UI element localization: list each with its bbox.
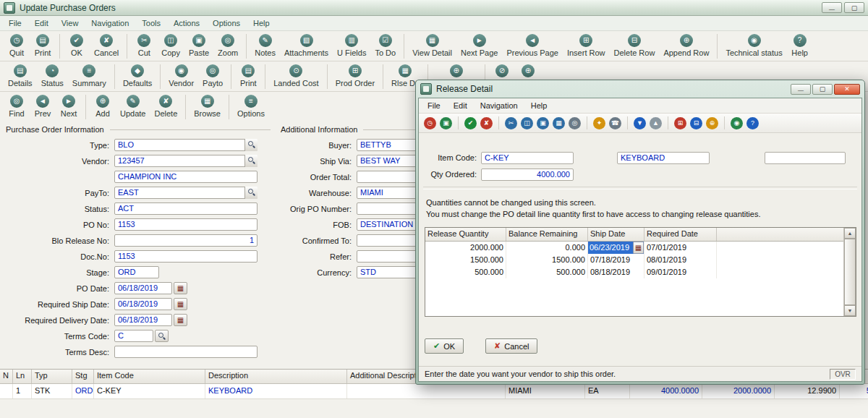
- cancel-button[interactable]: ✘: [480, 117, 493, 129]
- details-button[interactable]: ▤Details: [4, 64, 36, 88]
- browse-button[interactable]: ▦Browse: [190, 94, 224, 119]
- ok-button[interactable]: ✔OK: [64, 33, 89, 58]
- column-header-balance-remaining[interactable]: Balance Remaining: [506, 228, 588, 241]
- stage-field[interactable]: ORD: [114, 266, 159, 278]
- menu-item-file[interactable]: File: [421, 100, 447, 111]
- po-no-field[interactable]: 1153: [114, 218, 258, 231]
- cut-button[interactable]: ✂: [504, 117, 518, 129]
- cell-stage[interactable]: ORD: [72, 384, 94, 398]
- menu-item-navigation[interactable]: Navigation: [474, 100, 524, 111]
- quit-button[interactable]: ◷: [423, 117, 437, 129]
- technical-status-button[interactable]: ◉Technical status: [722, 33, 786, 58]
- vendor-button[interactable]: ◉Vendor: [165, 64, 197, 88]
- delete-row-button[interactable]: ⊟Delete Row: [610, 33, 659, 58]
- ok-button[interactable]: ✔: [464, 117, 477, 129]
- required-delivery-date-calendar-icon[interactable]: [174, 314, 187, 326]
- cancel-button[interactable]: Cancel: [485, 338, 537, 354]
- previous-record-button[interactable]: ▲: [649, 117, 663, 129]
- scroll-down-icon[interactable]: [844, 305, 856, 316]
- doc-no-field[interactable]: 1153: [114, 250, 258, 263]
- print-button[interactable]: ▤Print: [30, 33, 55, 58]
- find-button[interactable]: ◎Find: [4, 94, 29, 119]
- release-row[interactable]: 2000.0000.00006/23/201907/01/2019: [425, 242, 843, 254]
- append-row-button[interactable]: ⊕: [705, 117, 719, 129]
- po-date-field[interactable]: 06/18/2019: [114, 282, 172, 294]
- paste-button[interactable]: ▣: [536, 117, 550, 129]
- column-header-typ[interactable]: Typ: [32, 370, 72, 383]
- help-button[interactable]: ?Help: [788, 33, 812, 58]
- cell-description[interactable]: KEYBOARD: [205, 384, 347, 398]
- required-ship-date-calendar-icon[interactable]: [174, 298, 187, 310]
- vertical-scrollbar[interactable]: [843, 228, 856, 316]
- terms-code-field[interactable]: C: [114, 330, 153, 342]
- menu-item-tools[interactable]: Tools: [135, 17, 167, 29]
- required-ship-date-field[interactable]: 06/18/2019: [114, 298, 172, 310]
- view-grid-button[interactable]: ▦: [552, 117, 566, 129]
- cell-item-code[interactable]: C-KEY: [94, 384, 205, 398]
- insert-row-button[interactable]: ⊞: [673, 117, 687, 129]
- maximize-icon[interactable]: [844, 2, 864, 13]
- required-date-cell[interactable]: 09/01/2019: [644, 266, 717, 278]
- item-code-field[interactable]: C-KEY: [481, 152, 574, 164]
- vendor-field[interactable]: 123457: [114, 155, 258, 167]
- zoom-button[interactable]: ◎Zoom: [214, 33, 242, 58]
- menu-item-edit[interactable]: Edit: [447, 100, 474, 111]
- cell-quantity-ordered[interactable]: 4000.0000: [630, 384, 702, 398]
- column-header-n[interactable]: N: [0, 370, 13, 383]
- prod-order-button[interactable]: ⊞Prod Order: [332, 64, 378, 88]
- ship-date-cell[interactable]: 08/18/2019: [588, 266, 644, 278]
- cell-warehouse[interactable]: MIAMI: [506, 384, 585, 398]
- insert-row-button[interactable]: ⊞Insert Row: [563, 33, 609, 58]
- delete-row-button[interactable]: ⊟: [689, 117, 703, 129]
- column-header-ln[interactable]: Ln: [13, 370, 32, 383]
- required-delivery-date-field[interactable]: 06/18/2019: [114, 314, 172, 326]
- paste-button[interactable]: ▣Paste: [185, 33, 213, 58]
- payto-field[interactable]: EAST: [114, 187, 258, 199]
- po-date-calendar-icon[interactable]: [174, 282, 187, 294]
- column-header-item-code[interactable]: Item Code: [94, 370, 205, 383]
- attachments-button[interactable]: ▧Attachments: [281, 33, 332, 58]
- key-button[interactable]: ✦: [592, 117, 606, 129]
- column-header-ship-date[interactable]: Ship Date: [588, 228, 644, 241]
- options-button[interactable]: ≡Options: [234, 94, 268, 119]
- copy-button[interactable]: ◫Copy: [158, 33, 184, 58]
- defaults-button[interactable]: ◆Defaults: [119, 64, 156, 88]
- landed-cost-button[interactable]: ⊙Landed Cost: [270, 64, 322, 88]
- menu-item-help[interactable]: Help: [524, 100, 554, 111]
- add-button[interactable]: ⊕Add: [90, 94, 115, 119]
- prev-button[interactable]: ◄Prev: [30, 94, 55, 119]
- release-row[interactable]: 500.000500.00008/18/201909/01/2019: [425, 266, 843, 278]
- zoom-button[interactable]: ◎: [568, 117, 582, 129]
- type-field[interactable]: BLO: [114, 139, 258, 151]
- type-lookup-icon[interactable]: [244, 139, 258, 151]
- status-field[interactable]: ACT: [114, 202, 258, 215]
- menu-item-navigation[interactable]: Navigation: [85, 17, 135, 29]
- dialog-maximize-icon[interactable]: [812, 84, 833, 95]
- cancel-button[interactable]: ✘Cancel: [90, 33, 122, 58]
- blo-release-no-field[interactable]: 1: [114, 234, 258, 247]
- dialog-minimize-icon[interactable]: [791, 84, 811, 95]
- menu-item-view[interactable]: View: [55, 17, 85, 29]
- next-button[interactable]: ►Next: [56, 94, 81, 119]
- previous-page-button[interactable]: ◄Previous Page: [503, 33, 562, 58]
- minimize-icon[interactable]: [822, 2, 842, 13]
- column-header-description[interactable]: Description: [205, 370, 347, 383]
- quit-button[interactable]: ◷Quit: [4, 33, 29, 58]
- terms-code-lookup-icon[interactable]: [155, 330, 169, 342]
- column-header-stg[interactable]: Stg: [72, 370, 94, 383]
- ship-date-cell-selected[interactable]: 06/23/2019: [588, 242, 644, 254]
- required-date-cell[interactable]: 08/01/2019: [644, 254, 717, 266]
- u-fields-button[interactable]: ▥U Fields: [333, 33, 370, 58]
- copy-button[interactable]: ◫: [520, 117, 534, 129]
- next-page-button[interactable]: ►Next Page: [457, 33, 501, 58]
- terms-desc-field[interactable]: [114, 346, 258, 358]
- column-header-release-quantity[interactable]: Release Quantity: [425, 228, 506, 241]
- vendor-lookup-icon[interactable]: [244, 155, 258, 167]
- ship-date-value[interactable]: 06/23/2019: [588, 242, 633, 254]
- menu-item-help[interactable]: Help: [247, 17, 276, 29]
- dialog-close-icon[interactable]: [834, 84, 860, 95]
- cell-unit-cost[interactable]: 12.9900: [775, 384, 840, 398]
- help-button[interactable]: ?: [746, 117, 760, 129]
- required-date-cell[interactable]: 07/01/2019: [644, 242, 717, 254]
- save-button[interactable]: ▣: [439, 117, 453, 129]
